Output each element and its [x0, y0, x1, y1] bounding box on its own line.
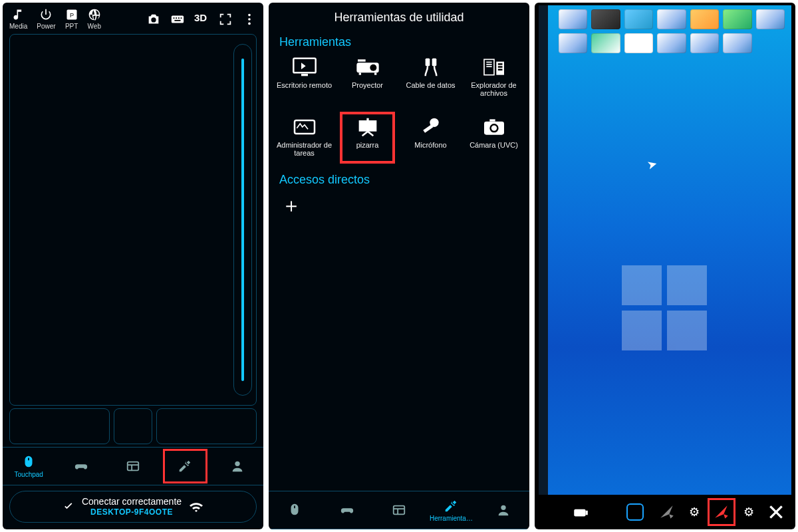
pointer-settings-icon[interactable]: ⚙: [689, 505, 700, 519]
shortcuts-row: ＋: [269, 191, 529, 220]
nav-touchpad[interactable]: [269, 491, 321, 529]
tool-label: Escritorio remoto: [277, 81, 332, 89]
desktop-icon[interactable]: [690, 33, 719, 53]
power-icon[interactable]: Power: [37, 8, 55, 30]
shape-tool[interactable]: [625, 502, 645, 522]
tool-camera-uvc[interactable]: Cámara (UVC): [462, 113, 525, 168]
desktop-icon[interactable]: [690, 9, 719, 29]
svg-rect-29: [497, 63, 502, 65]
nav-panels[interactable]: [107, 448, 159, 485]
nav-panels[interactable]: [373, 491, 425, 529]
ppt-label: PPT: [65, 23, 78, 30]
3d-icon[interactable]: 3D: [194, 12, 209, 27]
svg-rect-21: [358, 59, 366, 61]
touchpad-area[interactable]: [9, 34, 257, 406]
connection-host: DESKTOP-9F4OOTE: [90, 507, 173, 517]
desktop-icon[interactable]: [756, 9, 785, 29]
tool-projector[interactable]: Proyector: [336, 53, 399, 108]
more-icon[interactable]: [242, 12, 257, 27]
svg-point-14: [235, 462, 239, 466]
tool-task-manager[interactable]: Administrador de tareas: [273, 113, 336, 168]
desktop-icon[interactable]: [624, 33, 653, 53]
desktop-icon[interactable]: [559, 33, 587, 53]
power-label: Power: [37, 23, 55, 30]
pen-tool[interactable]: [712, 502, 732, 522]
desktop-icon[interactable]: [723, 9, 751, 29]
desktop-icons: [559, 9, 785, 53]
svg-rect-30: [497, 66, 502, 68]
tool-label: Cable de datos: [406, 81, 456, 89]
svg-rect-2: [172, 16, 184, 23]
svg-point-18: [370, 65, 376, 71]
tool-remote-desktop[interactable]: Escritorio remoto: [273, 53, 336, 108]
touchpad-screen: Media Power P PPT Web 3D: [3, 3, 263, 529]
svg-rect-36: [423, 124, 433, 133]
nav-profile[interactable]: [211, 448, 263, 485]
svg-rect-46: [586, 511, 588, 515]
nav-tools[interactable]: Herramienta…: [425, 491, 477, 529]
svg-rect-4: [176, 17, 177, 19]
nav-tools-label: Herramienta…: [430, 515, 473, 522]
svg-rect-41: [394, 506, 405, 515]
desktop-icon[interactable]: [723, 33, 751, 53]
media-label: Media: [9, 23, 27, 30]
svg-rect-16: [301, 74, 308, 76]
fullscreen-icon[interactable]: [218, 12, 233, 27]
desktop-icon[interactable]: [591, 9, 620, 29]
nav-gamepad[interactable]: [321, 491, 372, 529]
right-click-button[interactable]: [156, 408, 257, 444]
nav-profile[interactable]: [477, 491, 529, 529]
ppt-icon[interactable]: P PPT: [65, 8, 78, 30]
svg-point-44: [501, 505, 505, 510]
close-button[interactable]: [766, 502, 786, 522]
connection-status-bar[interactable]: Conectar correctamente DESKTOP-9F4OOTE: [9, 491, 257, 523]
svg-rect-40: [489, 119, 495, 121]
svg-point-39: [491, 126, 496, 131]
svg-point-8: [248, 14, 251, 17]
tool-data-cable[interactable]: Cable de datos: [399, 53, 462, 108]
web-label: Web: [88, 23, 101, 30]
desktop-icon[interactable]: [657, 33, 686, 53]
tool-label: Proyector: [352, 81, 383, 89]
svg-rect-22: [425, 59, 430, 66]
top-shortcuts: Media Power P PPT Web: [9, 8, 101, 30]
svg-rect-33: [358, 120, 376, 132]
top-actions: 3D: [146, 8, 257, 27]
desktop-icon[interactable]: [591, 33, 620, 53]
media-icon[interactable]: Media: [9, 8, 27, 30]
tools-grid: Escritorio remoto Proyector Cable de dat…: [269, 53, 529, 168]
remote-desktop-view[interactable]: ➤: [539, 5, 791, 495]
keyboard-icon[interactable]: [170, 12, 185, 27]
tool-file-explorer[interactable]: Explorador de archivos: [462, 53, 525, 108]
nav-touchpad[interactable]: Touchpad: [3, 448, 55, 485]
tool-whiteboard[interactable]: pizarra: [336, 113, 399, 168]
pointer-tool[interactable]: [657, 502, 677, 522]
desktop-icon[interactable]: [559, 9, 587, 29]
svg-rect-3: [174, 17, 175, 19]
add-shortcut-button[interactable]: ＋: [279, 194, 303, 217]
desktop-icon[interactable]: [657, 9, 686, 29]
check-icon: [62, 500, 75, 513]
pen-settings-icon[interactable]: ⚙: [743, 505, 754, 519]
tool-microphone[interactable]: Micrófono: [399, 113, 462, 168]
svg-rect-34: [366, 118, 368, 120]
scroll-strip[interactable]: [233, 44, 252, 396]
left-click-button[interactable]: [9, 408, 110, 444]
svg-text:P: P: [70, 12, 74, 19]
tool-label: pizarra: [356, 141, 379, 149]
camera-icon[interactable]: [146, 12, 161, 27]
eraser-tool[interactable]: [571, 502, 591, 522]
middle-click-button[interactable]: [114, 408, 152, 444]
tool-label: Cámara (UVC): [469, 141, 518, 149]
svg-rect-20: [374, 72, 376, 74]
nav-gamepad[interactable]: [55, 448, 106, 485]
bottom-nav: Touchpad: [3, 447, 263, 485]
web-icon[interactable]: Web: [88, 8, 101, 30]
desktop-icon[interactable]: [624, 9, 653, 29]
nav-tools[interactable]: [159, 448, 211, 485]
tools-screen: Herramientas de utilidad Herramientas Es…: [269, 3, 529, 529]
windows-taskbar: [539, 5, 548, 495]
section-shortcuts-heading: Accesos directos: [269, 168, 529, 191]
svg-rect-25: [486, 62, 491, 63]
svg-rect-11: [128, 462, 139, 471]
